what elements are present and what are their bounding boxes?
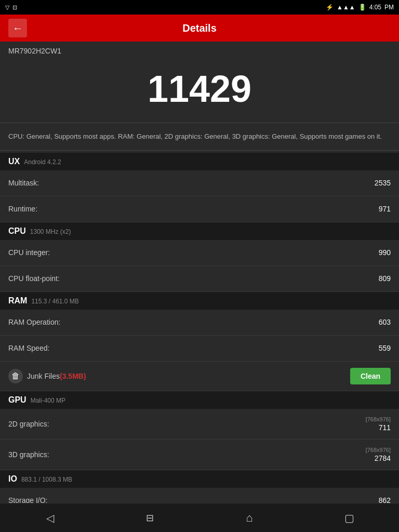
nav-back-button[interactable]: [34, 508, 65, 528]
junk-icon: 🗑: [8, 369, 23, 383]
junk-files-row: 🗑 Junk Files(3.5MB) Clean: [0, 362, 399, 391]
multitask-value: 2535: [375, 179, 391, 187]
runtime-label: Runtime:: [8, 205, 37, 213]
ram-operation-row: RAM Operation: 603: [0, 310, 399, 336]
2d-graphics-row: 2D graphics: [768x976] 711: [0, 409, 399, 440]
nav-home-button[interactable]: [234, 508, 265, 528]
nav-bar: ⊟: [0, 503, 399, 532]
2d-graphics-value-group: [768x976] 711: [366, 416, 391, 432]
2d-resolution: [768x976]: [366, 416, 391, 422]
gpu-title: GPU: [8, 395, 26, 405]
ux-subtitle: Android 4.2.2: [24, 158, 61, 166]
runtime-row: Runtime: 971: [0, 196, 399, 222]
storage-io-label: Storage I/O:: [8, 496, 47, 503]
ux-section-header: UX Android 4.2.2: [0, 153, 399, 170]
3d-graphics-label: 3D graphics:: [8, 450, 49, 459]
ram-speed-value: 559: [379, 344, 391, 352]
cpu-integer-value: 990: [379, 248, 391, 257]
nav-recent-button[interactable]: ⊟: [134, 508, 165, 528]
ux-title: UX: [8, 157, 20, 166]
nav-back-icon: [46, 512, 54, 524]
io-title: IO: [8, 474, 17, 484]
clean-button[interactable]: Clean: [350, 368, 391, 384]
status-bar: ▽ ⊡ ⚡ ▲▲▲ 🔋 4:05 PM: [0, 0, 399, 15]
status-bar-right: ⚡ ▲▲▲ 🔋 4:05 PM: [326, 4, 394, 11]
junk-left: 🗑 Junk Files(3.5MB): [8, 369, 86, 383]
ram-subtitle: 115.3 / 461.0 MB: [31, 298, 78, 305]
cpu-float-label: CPU float-point:: [8, 274, 60, 283]
ram-operation-label: RAM Operation:: [8, 318, 60, 326]
runtime-value: 971: [379, 205, 391, 213]
gpu-subtitle: Mali-400 MP: [31, 397, 65, 404]
ram-operation-value: 603: [379, 318, 391, 326]
cpu-subtitle: 1300 MHz (x2): [30, 228, 71, 235]
cpu-float-row: CPU float-point: 809: [0, 266, 399, 292]
bluetooth-icon: ⚡: [326, 4, 334, 11]
battery-icon: 🔋: [358, 4, 366, 11]
page-title: Details: [35, 22, 364, 34]
nav-recent-icon: ⊟: [146, 512, 154, 524]
signal-icon: ▲▲▲: [337, 4, 355, 11]
back-icon: ←: [12, 22, 23, 34]
benchmark-score: 11429: [0, 68, 399, 110]
device-id: MR7902H2CW1: [0, 42, 399, 57]
2d-graphics-label: 2D graphics:: [8, 420, 49, 428]
nav-tasks-button[interactable]: [334, 508, 365, 528]
3d-graphics-value-group: [768x976] 2784: [366, 447, 391, 462]
multitask-label: Multitask:: [8, 179, 39, 187]
ram-speed-row: RAM Speed: 559: [0, 336, 399, 362]
io-subtitle: 883.1 / 1008.3 MB: [21, 476, 72, 483]
nav-home-icon: [246, 511, 252, 525]
junk-size: (3.5MB): [60, 372, 86, 380]
score-section: 11429: [0, 57, 399, 123]
screenshot-icon: ⊡: [12, 4, 17, 11]
ram-section-header: RAM 115.3 / 461.0 MB: [0, 292, 399, 310]
junk-label: Junk Files(3.5MB): [27, 372, 86, 380]
header: ← Details: [0, 15, 399, 42]
cpu-integer-row: CPU integer: 990: [0, 240, 399, 266]
ram-title: RAM: [8, 296, 27, 305]
notification-icon: ▽: [5, 4, 9, 11]
time-display: 4:05: [369, 4, 381, 11]
ampm-display: PM: [384, 4, 394, 11]
io-section-header: IO 883.1 / 1008.3 MB: [0, 470, 399, 488]
status-bar-left: ▽ ⊡: [5, 4, 17, 11]
3d-resolution: [768x976]: [366, 447, 391, 453]
content-area: MR7902H2CW1 11429 CPU: General, Supports…: [0, 42, 399, 503]
storage-io-value: 862: [379, 496, 391, 503]
multitask-row: Multitask: 2535: [0, 170, 399, 196]
cpu-float-value: 809: [379, 274, 391, 283]
ram-speed-label: RAM Speed:: [8, 344, 49, 352]
storage-io-row: Storage I/O: 862: [0, 488, 399, 503]
cpu-title: CPU: [8, 227, 26, 236]
3d-graphics-row: 3D graphics: [768x976] 2784: [0, 440, 399, 470]
3d-graphics-value: 2784: [375, 454, 391, 462]
description-section: CPU: General, Supports most apps. RAM: G…: [0, 123, 399, 151]
cpu-integer-label: CPU integer:: [8, 248, 50, 257]
2d-graphics-value: 711: [379, 423, 391, 432]
nav-tasks-icon: [344, 512, 354, 524]
gpu-section-header: GPU Mali-400 MP: [0, 391, 399, 409]
back-button[interactable]: ←: [8, 19, 27, 37]
cpu-section-header: CPU 1300 MHz (x2): [0, 222, 399, 240]
